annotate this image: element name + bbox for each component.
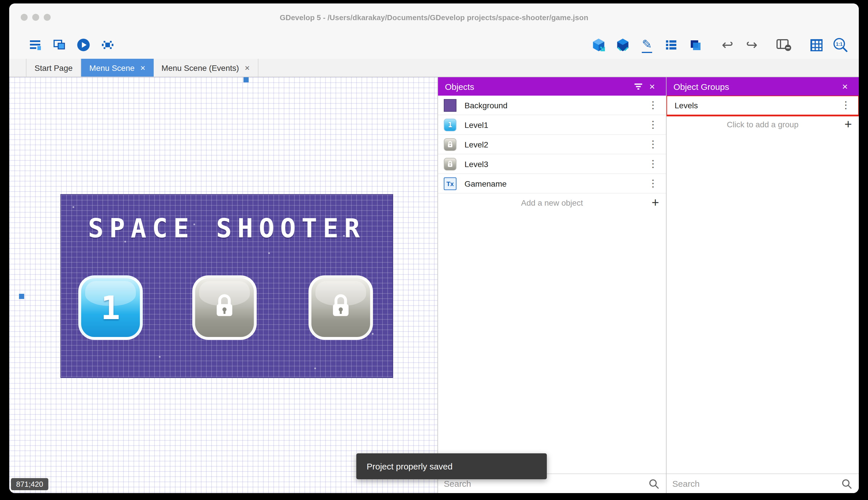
- title-bar[interactable]: GDevelop 5 - /Users/dkarakay/Documents/G…: [9, 3, 859, 31]
- object-groups-panel: Object Groups × Levels ⋮ Click to add a …: [666, 77, 859, 493]
- level1-button-sprite[interactable]: 1: [78, 275, 143, 340]
- lock-sprite-icon: [444, 158, 456, 170]
- main-toolbar: ✎ ↩ ↪ 1:1: [9, 31, 859, 59]
- add-group-plus-icon[interactable]: +: [844, 118, 852, 131]
- window-mask-icon[interactable]: [775, 36, 793, 54]
- close-panel-icon[interactable]: ×: [645, 79, 659, 93]
- redo-icon[interactable]: ↪: [742, 36, 761, 54]
- lock-icon: [326, 292, 355, 323]
- objects-editor-icon[interactable]: [589, 36, 608, 54]
- add-group-row[interactable]: Click to add a group +: [667, 115, 859, 134]
- tab-start-page[interactable]: Start Page: [26, 59, 81, 77]
- tab-label: Menu Scene (Events): [162, 63, 239, 72]
- objects-list: Background ⋮ 1 Level1 ⋮ Level2 ⋮: [438, 95, 666, 474]
- object-menu-icon[interactable]: ⋮: [646, 99, 660, 111]
- scene-window-icon[interactable]: [50, 36, 69, 54]
- filter-icon[interactable]: [631, 79, 645, 93]
- object-row-gamename[interactable]: Tx Gamename ⋮: [438, 174, 666, 194]
- toolbar-left-group: [26, 36, 117, 54]
- level3-button-sprite[interactable]: [308, 275, 373, 340]
- gdevelop-window: GDevelop 5 - /Users/dkarakay/Documents/G…: [9, 3, 859, 493]
- object-menu-icon[interactable]: ⋮: [646, 158, 660, 170]
- groups-search-bar: [667, 474, 859, 493]
- selection-handle[interactable]: [244, 77, 249, 82]
- groups-list: Levels ⋮ Click to add a group +: [667, 95, 859, 474]
- object-row-background[interactable]: Background ⋮: [438, 95, 666, 115]
- close-window-button[interactable]: [21, 14, 28, 21]
- selection-handle[interactable]: [19, 294, 24, 299]
- debug-icon[interactable]: [98, 36, 117, 54]
- add-object-plus-icon[interactable]: +: [652, 196, 659, 209]
- grid-icon[interactable]: [807, 36, 825, 54]
- layers-icon[interactable]: [686, 36, 705, 54]
- tab-label: Start Page: [35, 63, 72, 72]
- toolbar-right-group: ✎ ↩ ↪ 1:1: [589, 36, 849, 54]
- svg-text:1:1: 1:1: [836, 42, 842, 47]
- group-menu-icon[interactable]: ⋮: [838, 99, 853, 111]
- instances-editor-icon[interactable]: [613, 36, 632, 54]
- objects-panel-header: Objects ×: [438, 77, 666, 95]
- window-title: GDevelop 5 - /Users/dkarakay/Documents/G…: [9, 13, 859, 22]
- level1-sprite-icon: 1: [444, 118, 456, 131]
- zoom-1-1-icon[interactable]: 1:1: [831, 36, 849, 54]
- zoom-window-button[interactable]: [44, 14, 51, 21]
- project-manager-icon[interactable]: [26, 36, 44, 54]
- object-groups-panel-title: Object Groups: [673, 81, 729, 91]
- editor-content: SPACE SHOOTER 1 871;420: [9, 77, 859, 493]
- events-list-icon[interactable]: [662, 36, 680, 54]
- lock-icon: [210, 292, 239, 323]
- desktop-background: GDevelop 5 - /Users/dkarakay/Documents/G…: [0, 0, 868, 500]
- tab-menu-scene[interactable]: Menu Scene ×: [81, 59, 153, 77]
- object-row-level3[interactable]: Level3 ⋮: [438, 155, 666, 174]
- stars-decoration: [72, 206, 74, 208]
- game-title-text[interactable]: SPACE SHOOTER: [61, 213, 392, 244]
- object-row-level1[interactable]: 1 Level1 ⋮: [438, 115, 666, 135]
- text-object-icon: Tx: [444, 177, 456, 190]
- traffic-lights: [21, 14, 51, 21]
- group-row-levels[interactable]: Levels ⋮: [667, 95, 859, 115]
- play-icon[interactable]: [74, 36, 93, 54]
- close-tab-icon[interactable]: ×: [140, 64, 145, 72]
- editor-tabs: Start Page Menu Scene × Menu Scene (Even…: [9, 59, 859, 77]
- objects-search-input[interactable]: [444, 479, 647, 488]
- toast-notification: Project properly saved: [356, 453, 547, 479]
- background-sprite-icon: [444, 99, 456, 112]
- search-icon[interactable]: [840, 477, 853, 490]
- minimize-window-button[interactable]: [32, 14, 39, 21]
- scene-preview[interactable]: SPACE SHOOTER 1: [60, 194, 393, 378]
- object-row-level2[interactable]: Level2 ⋮: [438, 135, 666, 155]
- scene-canvas[interactable]: SPACE SHOOTER 1 871;420: [9, 77, 437, 493]
- level2-button-sprite[interactable]: [192, 275, 257, 340]
- object-groups-panel-header: Object Groups ×: [667, 77, 859, 95]
- close-tab-icon[interactable]: ×: [245, 64, 250, 72]
- cursor-coordinates: 871;420: [11, 478, 48, 490]
- objects-panel: Objects × Background ⋮ 1 Level1: [437, 77, 666, 493]
- objects-panel-title: Objects: [445, 81, 474, 91]
- lock-sprite-icon: [444, 138, 456, 151]
- add-new-object-row[interactable]: Add a new object +: [438, 194, 666, 212]
- edit-pencil-icon[interactable]: ✎: [638, 36, 656, 54]
- object-menu-icon[interactable]: ⋮: [646, 178, 660, 190]
- object-menu-icon[interactable]: ⋮: [646, 119, 660, 131]
- undo-icon[interactable]: ↩: [718, 36, 737, 54]
- groups-search-input[interactable]: [672, 479, 840, 488]
- tab-menu-scene-events[interactable]: Menu Scene (Events) ×: [153, 59, 258, 77]
- object-menu-icon[interactable]: ⋮: [646, 138, 660, 150]
- tab-label: Menu Scene: [89, 63, 134, 72]
- search-icon[interactable]: [647, 477, 660, 490]
- close-panel-icon[interactable]: ×: [838, 79, 852, 93]
